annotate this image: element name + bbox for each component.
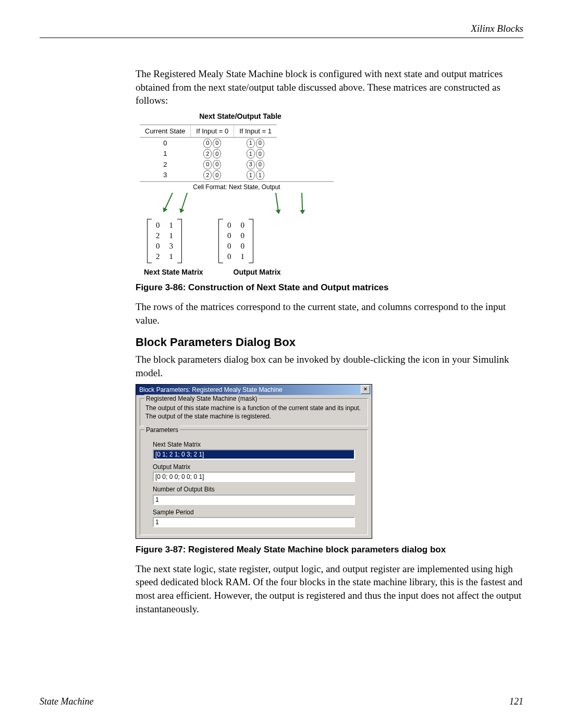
state-table: Current State If Input = 0 If Input = 1 …: [140, 125, 277, 181]
arrow-icon: [180, 192, 188, 213]
next-state-matrix: 01 21 03 21: [147, 219, 182, 263]
heading-paragraph: The block parameters dialog box can be i…: [136, 353, 523, 379]
arrows: [140, 192, 333, 217]
out-val: 0: [256, 139, 264, 148]
m: 0: [156, 241, 160, 251]
ns-matrix-caption: Next State Matrix: [144, 267, 203, 277]
cell: 30: [234, 159, 277, 170]
parameters-group: Parameters Next State Matrix Output Matr…: [140, 429, 368, 535]
out-val: 0: [213, 170, 221, 180]
header-rule: [40, 38, 523, 38]
mask-description: The output of this state machine is a fu…: [145, 404, 362, 421]
ns-val: 0: [203, 160, 212, 169]
section-heading: Block Parameters Dialog Box: [136, 335, 523, 350]
m: 0: [227, 230, 231, 241]
m: 0: [241, 241, 245, 251]
m: 1: [169, 220, 174, 230]
parameters-group-legend: Parameters: [144, 426, 180, 434]
cell-format-label: Cell Format: Next State, Output: [140, 181, 334, 191]
ns-val: 2: [203, 170, 212, 180]
footer-left: State Machine: [40, 696, 93, 707]
mask-group-legend: Registered Mealy State Machine (mask): [144, 394, 259, 403]
running-header: Xilinx Blocks: [40, 23, 523, 38]
m: 0: [156, 220, 160, 230]
state-cell: 1: [140, 149, 191, 159]
cell: 11: [234, 170, 277, 181]
m: 0: [227, 241, 231, 251]
arrow-icon: [163, 192, 173, 212]
mid-paragraph: The rows of the matrices correspond to t…: [136, 300, 523, 327]
arrow-icon: [301, 193, 303, 214]
cell: 00: [191, 138, 234, 149]
output-matrix-input[interactable]: [153, 472, 355, 482]
out-val: 0: [256, 149, 264, 158]
bracket-icon: [249, 219, 253, 263]
out-matrix-caption: Output Matrix: [234, 267, 281, 277]
bracket-icon: [177, 219, 182, 263]
out-val: 0: [213, 160, 221, 169]
footer-page-number: 121: [509, 696, 523, 707]
m: 0: [227, 251, 231, 262]
out-val: 0: [256, 160, 264, 169]
cell: 10: [234, 149, 277, 159]
sample-period-input[interactable]: [153, 517, 355, 527]
th-current-state: Current State: [140, 125, 191, 138]
output-bits-input[interactable]: [153, 495, 355, 505]
output-matrix: 00 00 00 01: [218, 219, 253, 263]
state-cell: 2: [140, 159, 191, 170]
dialog-titlebar[interactable]: Block Parameters: Registered Mealy State…: [136, 385, 372, 395]
sample-period-label: Sample Period: [153, 508, 355, 516]
cell: 20: [191, 170, 234, 181]
bracket-icon: [218, 219, 223, 263]
tail-paragraph: The next state logic, state register, ou…: [136, 562, 523, 616]
next-state-matrix-input[interactable]: [153, 449, 355, 460]
dialog-title: Block Parameters: Registered Mealy State…: [139, 386, 283, 394]
figure2-caption: Figure 3-87: Registered Mealy State Mach…: [136, 544, 523, 556]
ns-val: 1: [247, 149, 255, 158]
cell: 20: [191, 149, 234, 159]
th-input-1: If Input = 1: [234, 125, 277, 138]
close-icon[interactable]: ×: [361, 385, 370, 394]
m: 0: [241, 220, 245, 230]
mask-group: Registered Mealy State Machine (mask) Th…: [140, 398, 368, 426]
m: 0: [227, 220, 231, 230]
figure1-caption: Figure 3-86: Construction of Next State …: [136, 282, 523, 294]
ns-val: 1: [247, 170, 255, 180]
state-cell: 3: [140, 170, 191, 181]
ns-val: 2: [203, 149, 212, 158]
output-matrix-label: Output Matrix: [153, 463, 355, 471]
matrices-row: 01 21 03 21 00 00 00 01: [147, 219, 334, 263]
arrow-icon: [275, 192, 279, 213]
out-val: 0: [213, 149, 221, 158]
state-cell: 0: [140, 138, 191, 149]
m: 1: [169, 230, 174, 241]
out-val: 0: [213, 139, 221, 148]
out-val: 1: [256, 170, 264, 180]
m: 2: [156, 251, 160, 262]
cell: 00: [191, 159, 234, 170]
m: 1: [169, 251, 174, 262]
th-input-0: If Input = 0: [191, 125, 234, 138]
block-parameters-dialog: Block Parameters: Registered Mealy State…: [136, 384, 372, 539]
ns-val: 1: [247, 139, 255, 148]
m: 2: [156, 230, 160, 241]
next-state-matrix-label: Next State Matrix: [153, 440, 355, 449]
figure-next-state-table: Next State/Output Table Current State If…: [136, 112, 334, 277]
fig1-title: Next State/Output Table: [147, 112, 334, 121]
ns-val: 3: [247, 160, 255, 169]
m: 3: [169, 241, 174, 251]
m: 1: [241, 251, 245, 262]
output-bits-label: Number of Output Bits: [153, 485, 355, 493]
m: 0: [241, 230, 245, 241]
bracket-icon: [147, 219, 152, 263]
ns-val: 0: [203, 139, 212, 148]
intro-paragraph: The Registered Mealy State Machine block…: [136, 67, 523, 107]
cell: 10: [234, 138, 277, 149]
